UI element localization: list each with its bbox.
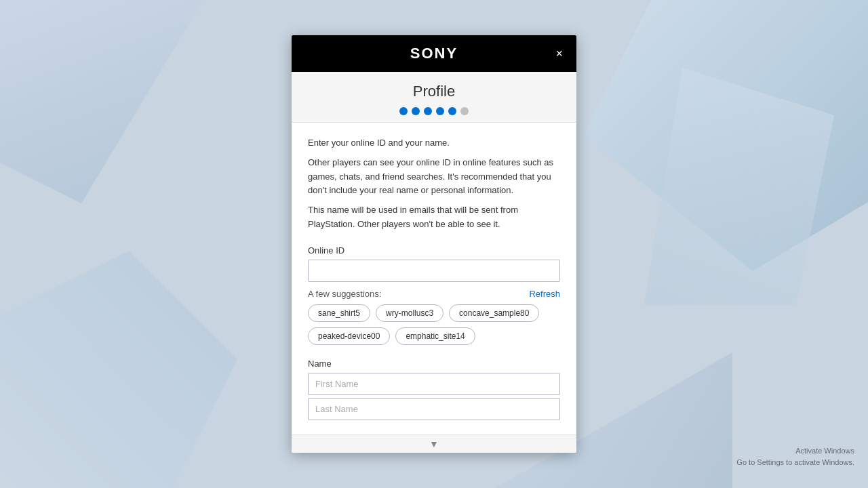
suggestion-chip-2[interactable]: wry-mollusc3 (376, 304, 443, 322)
step-dot-4 (436, 107, 444, 115)
modal-header: SONY × (292, 35, 576, 72)
modal-body[interactable]: Enter your online ID and your name. Othe… (292, 123, 576, 434)
step-dot-2 (412, 107, 420, 115)
modal-wrapper: SONY × Profile Enter your online ID and … (292, 35, 576, 453)
name-label: Name (308, 359, 560, 369)
sony-logo: SONY (410, 45, 458, 62)
step-dot-5 (448, 107, 456, 115)
name-inputs (308, 373, 560, 420)
online-id-label: Online ID (308, 245, 560, 256)
profile-title-area: Profile (292, 72, 576, 123)
modal-dialog: SONY × Profile Enter your online ID and … (292, 35, 576, 453)
suggestions-label: A few suggestions: (308, 289, 381, 299)
online-id-section: Online ID (308, 245, 560, 282)
page-title: Profile (305, 83, 563, 100)
scroll-indicator: ▼ (292, 434, 576, 453)
last-name-input[interactable] (308, 398, 560, 420)
step-dot-6 (460, 107, 469, 115)
first-name-input[interactable] (308, 373, 560, 395)
bg-shape-2 (644, 68, 834, 305)
name-section: Name (308, 359, 560, 420)
description-paragraph-1: Enter your online ID and your name. (308, 136, 560, 150)
description-paragraph-3: This name will be used in emails that wi… (308, 203, 560, 232)
description-paragraph-2: Other players can see your online ID in … (308, 156, 560, 198)
step-dot-1 (399, 107, 408, 115)
suggestion-chip-4[interactable]: peaked-device00 (308, 327, 390, 345)
step-indicators (305, 107, 563, 115)
suggestion-chips: sane_shirt5 wry-mollusc3 concave_sample8… (308, 304, 560, 345)
suggestion-chip-1[interactable]: sane_shirt5 (308, 304, 370, 322)
suggestion-chip-5[interactable]: emphatic_site14 (395, 327, 475, 345)
scroll-arrow-icon: ▼ (429, 439, 439, 449)
refresh-button[interactable]: Refresh (529, 289, 560, 299)
activate-windows-watermark: Activate Windows Go to Settings to activ… (736, 445, 854, 468)
suggestion-chip-3[interactable]: concave_sample80 (449, 304, 539, 322)
bg-shape-1 (0, 0, 203, 203)
close-button[interactable]: × (553, 45, 566, 62)
suggestions-header: A few suggestions: Refresh (308, 289, 560, 299)
step-dot-3 (424, 107, 432, 115)
description-section: Enter your online ID and your name. Othe… (308, 136, 560, 232)
online-id-input[interactable] (308, 260, 560, 282)
